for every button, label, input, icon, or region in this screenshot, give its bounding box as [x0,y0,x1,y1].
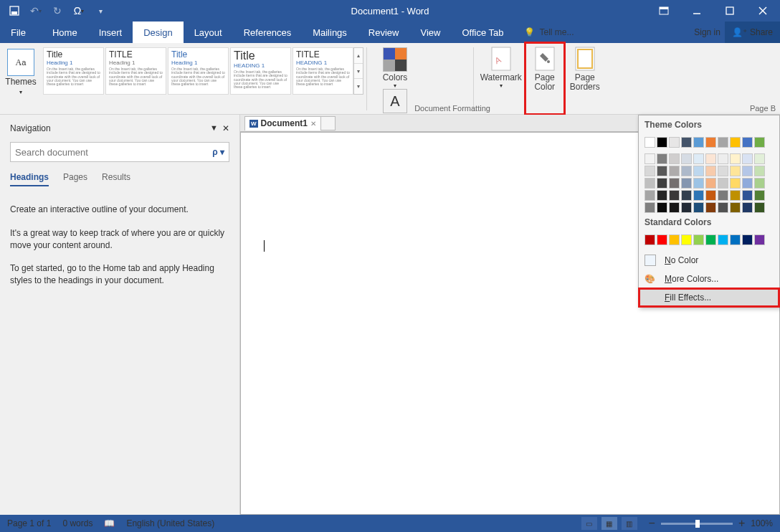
standard-color-swatch[interactable] [657,234,667,245]
theme-color-swatch[interactable] [669,153,680,164]
share-button[interactable]: 👤⁺Share [725,22,780,43]
tab-officetab[interactable]: Office Tab [451,22,514,43]
theme-color-swatch[interactable] [645,190,655,201]
standard-color-swatch[interactable] [645,234,655,245]
theme-color-swatch[interactable] [718,166,728,176]
theme-color-swatch[interactable] [742,166,753,176]
theme-color-swatch[interactable] [669,166,680,176]
theme-color-swatch[interactable] [718,202,728,213]
spellcheck-icon[interactable]: 📖 [104,518,115,528]
navtab-headings[interactable]: Headings [10,172,49,186]
theme-color-swatch[interactable] [742,178,753,189]
fill-effects-item[interactable]: Fill Effects... [639,288,779,307]
theme-color-swatch[interactable] [681,202,692,213]
ribbon-display-icon[interactable] [654,2,674,19]
theme-color-swatch[interactable] [742,202,753,213]
style-swatch[interactable]: TitleHeading 1On the Insert tab, the gal… [43,47,104,95]
theme-color-swatch[interactable] [742,190,753,201]
maximize-icon[interactable] [720,2,740,19]
navpane-close-icon[interactable]: ✕ [222,123,229,133]
theme-color-swatch[interactable] [730,202,741,213]
theme-color-swatch[interactable] [657,178,667,189]
qat-customize-icon[interactable]: ▾ [95,5,106,16]
minimize-icon[interactable] [687,2,707,19]
standard-color-swatch[interactable] [669,234,680,245]
account-signin[interactable]: Sign in [687,22,725,43]
theme-color-swatch[interactable] [645,137,655,148]
standard-color-swatch[interactable] [730,234,741,245]
zoom-in-icon[interactable]: + [738,517,745,530]
theme-color-swatch[interactable] [681,190,692,201]
theme-color-swatch[interactable] [730,153,741,164]
style-gallery[interactable]: TitleHeading 1On the Insert tab, the gal… [42,43,353,95]
theme-color-swatch[interactable] [754,166,765,176]
theme-color-swatch[interactable] [730,166,741,176]
gallery-scroll[interactable]: ▴▾▾ [353,47,363,95]
standard-color-swatch[interactable] [693,234,704,245]
navtab-pages[interactable]: Pages [63,172,87,186]
close-icon[interactable] [753,2,773,19]
word-count[interactable]: 0 words [62,518,92,528]
theme-color-swatch[interactable] [718,190,728,201]
tab-home[interactable]: Home [42,22,88,43]
theme-color-swatch[interactable] [681,153,692,164]
tab-layout[interactable]: Layout [184,22,233,43]
search-input[interactable] [15,147,212,158]
more-colors-item[interactable]: 🎨More Colors... [639,270,779,288]
theme-color-swatch[interactable] [742,153,753,164]
theme-color-swatch[interactable] [693,137,704,148]
tab-mailings[interactable]: Mailings [302,22,358,43]
theme-color-swatch[interactable] [693,166,704,176]
theme-color-swatch[interactable] [669,202,680,213]
language-status[interactable]: English (United States) [126,518,214,528]
theme-color-swatch[interactable] [681,137,692,148]
theme-color-swatch[interactable] [669,137,680,148]
theme-color-swatch[interactable] [645,178,655,189]
style-swatch[interactable]: TitleHEADING 1On the Insert tab, the gal… [230,47,291,95]
redo-icon[interactable]: ↻ [52,5,63,16]
theme-color-swatch[interactable] [705,202,716,213]
theme-color-swatch[interactable] [730,137,741,148]
document-tab[interactable]: W Document1 ✕ [244,116,321,130]
tab-view[interactable]: View [409,22,451,43]
zoom-level[interactable]: 100% [751,518,773,528]
page-borders-button[interactable]: Page Borders [564,43,606,114]
tab-design[interactable]: Design [133,22,183,43]
theme-color-swatch[interactable] [669,190,680,201]
theme-color-swatch[interactable] [657,166,667,176]
tab-review[interactable]: Review [358,22,410,43]
tab-insert[interactable]: Insert [88,22,133,43]
theme-color-swatch[interactable] [657,190,667,201]
navigation-search[interactable]: ρ ▾ [10,142,229,162]
page-status[interactable]: Page 1 of 1 [7,518,51,528]
tell-me-search[interactable]: 💡Tell me... [524,22,574,43]
theme-color-swatch[interactable] [718,137,728,148]
read-mode-icon[interactable]: ▭ [581,517,597,530]
standard-color-swatch[interactable] [754,234,765,245]
theme-color-swatch[interactable] [693,202,704,213]
theme-color-swatch[interactable] [657,153,667,164]
symbol-icon[interactable]: Ω▾ [73,5,85,16]
page-color-button[interactable]: Page Color [525,43,564,114]
theme-color-swatch[interactable] [669,178,680,189]
theme-color-swatch[interactable] [718,153,728,164]
zoom-out-icon[interactable]: − [649,517,655,530]
undo-icon[interactable]: ↶▾ [30,5,42,16]
theme-color-swatch[interactable] [754,178,765,189]
theme-color-swatch[interactable] [693,153,704,164]
themes-button[interactable]: Aa Themes▾ [0,43,42,114]
theme-color-swatch[interactable] [754,190,765,201]
style-swatch[interactable]: TitleHeading 1On the Insert tab, the gal… [168,47,229,95]
theme-color-swatch[interactable] [645,166,655,176]
theme-color-swatch[interactable] [693,190,704,201]
navpane-dropdown-icon[interactable]: ▼ [210,123,218,133]
new-tab-button[interactable] [321,116,336,130]
web-layout-icon[interactable]: ▥ [622,517,637,530]
theme-color-swatch[interactable] [657,137,667,148]
style-swatch[interactable]: TITLEHeading 1On the Insert tab, the gal… [105,47,166,95]
theme-color-swatch[interactable] [681,166,692,176]
style-swatch[interactable]: TITLEHEADING 1On the Insert tab, the gal… [292,47,353,95]
navtab-results[interactable]: Results [102,172,130,186]
standard-color-swatch[interactable] [718,234,728,245]
theme-color-swatch[interactable] [754,137,765,148]
